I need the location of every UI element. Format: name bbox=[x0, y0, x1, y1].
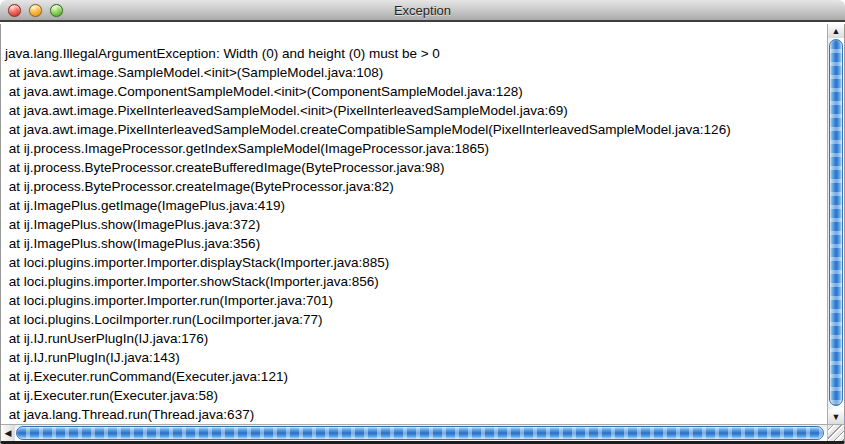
stack-trace-line: java.lang.IllegalArgumentException: Widt… bbox=[5, 44, 827, 63]
vertical-scroll-thumb[interactable] bbox=[829, 39, 843, 406]
scroll-left-button[interactable]: ◀ bbox=[1, 425, 15, 441]
scroll-down-button[interactable]: ▼ bbox=[828, 410, 844, 424]
stack-trace-line: at ij.ImagePlus.show(ImagePlus.java:372) bbox=[5, 215, 827, 234]
bottom-bar: ◀ bbox=[1, 424, 844, 441]
vertical-scroll-track[interactable] bbox=[828, 38, 844, 410]
stack-trace[interactable]: java.lang.IllegalArgumentException: Widt… bbox=[1, 24, 827, 424]
horizontal-scroll-thumb[interactable] bbox=[16, 426, 824, 440]
window-title: Exception bbox=[0, 0, 845, 22]
stack-trace-line: at ij.process.ImageProcessor.getIndexSam… bbox=[5, 139, 827, 158]
scroll-up-button[interactable]: ▲ bbox=[828, 24, 844, 38]
window-content: java.lang.IllegalArgumentException: Widt… bbox=[0, 24, 845, 444]
stack-trace-line: at ij.Executer.run(Executer.java:58) bbox=[5, 386, 827, 405]
stack-trace-line: at ij.ImagePlus.getImage(ImagePlus.java:… bbox=[5, 196, 827, 215]
stack-trace-line: at java.awt.image.SampleModel.<init>(Sam… bbox=[5, 63, 827, 82]
vertical-scrollbar[interactable]: ▲ ▼ bbox=[827, 24, 844, 424]
horizontal-scroll-track[interactable] bbox=[15, 425, 827, 441]
stack-trace-line: at loci.plugins.importer.Importer.showSt… bbox=[5, 272, 827, 291]
left-arrow-icon: ◀ bbox=[5, 428, 12, 438]
down-arrow-icon: ▼ bbox=[832, 412, 841, 422]
stack-trace-line: at ij.process.ByteProcessor.createImage(… bbox=[5, 177, 827, 196]
stack-trace-line: at loci.plugins.importer.Importer.displa… bbox=[5, 253, 827, 272]
resize-grip[interactable] bbox=[827, 425, 844, 441]
stack-trace-line: at java.lang.Thread.run(Thread.java:637) bbox=[5, 405, 827, 424]
stack-trace-line: at java.awt.image.PixelInterleavedSample… bbox=[5, 120, 827, 139]
stack-trace-line: at java.awt.image.ComponentSampleModel.<… bbox=[5, 82, 827, 101]
stack-trace-line: at ij.process.ByteProcessor.createBuffer… bbox=[5, 158, 827, 177]
stack-trace-line: at ij.IJ.runUserPlugIn(IJ.java:176) bbox=[5, 329, 827, 348]
stack-trace-line: at loci.plugins.LociImporter.run(LociImp… bbox=[5, 310, 827, 329]
up-arrow-icon: ▲ bbox=[832, 26, 841, 36]
stack-trace-line: at java.awt.image.PixelInterleavedSample… bbox=[5, 101, 827, 120]
stack-trace-line: at ij.Executer.runCommand(Executer.java:… bbox=[5, 367, 827, 386]
stack-trace-line: at ij.ImagePlus.show(ImagePlus.java:356) bbox=[5, 234, 827, 253]
stack-trace-line: at loci.plugins.importer.Importer.run(Im… bbox=[5, 291, 827, 310]
title-bar[interactable]: Exception bbox=[0, 0, 845, 22]
main-row: java.lang.IllegalArgumentException: Widt… bbox=[1, 24, 844, 424]
stack-trace-line: at ij.IJ.runPlugIn(IJ.java:143) bbox=[5, 348, 827, 367]
exception-window: Exception java.lang.IllegalArgumentExcep… bbox=[0, 0, 845, 444]
horizontal-scrollbar[interactable]: ◀ bbox=[1, 425, 827, 441]
